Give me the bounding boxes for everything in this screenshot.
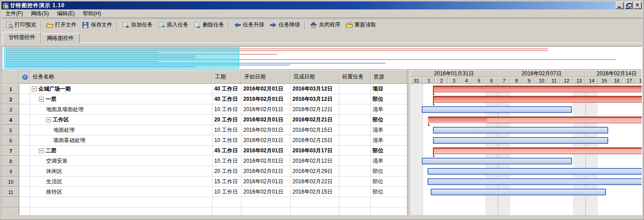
reload-icon bbox=[346, 22, 353, 29]
summary-bar-row-2[interactable] bbox=[433, 96, 642, 103]
toolbar-separator bbox=[117, 21, 118, 30]
close-button[interactable]: × bbox=[634, 2, 642, 9]
task-duration-cell: 40 工作日 bbox=[212, 94, 242, 104]
task-bar-row-11[interactable] bbox=[431, 189, 606, 195]
promote-task-button[interactable]: 任务升级 bbox=[231, 20, 267, 30]
empty-cell bbox=[212, 197, 242, 207]
task-name-cell: 一层 bbox=[30, 94, 212, 104]
menu-item-edit[interactable]: 编辑(E) bbox=[53, 9, 79, 18]
task-resource-cell: 部位 bbox=[371, 94, 407, 104]
summary-bar-row-4[interactable] bbox=[428, 116, 642, 123]
timeline-day-header: 18 bbox=[636, 77, 642, 84]
task-start-cell: 2016年02月01日 bbox=[242, 187, 291, 197]
row-info-cell bbox=[19, 177, 30, 187]
column-header-start: 开始日期 bbox=[242, 70, 291, 84]
task-bar-row-6[interactable] bbox=[433, 137, 608, 144]
timeline-day-header: 10 bbox=[535, 77, 548, 84]
task-bar-row-10[interactable] bbox=[428, 178, 642, 185]
open-file-button[interactable]: 打开文件 bbox=[43, 20, 79, 30]
task-row-9[interactable]: 9休闲区20 工作日2016年02月01日2016年02月29日部位 bbox=[2, 166, 407, 177]
task-predecessor-cell bbox=[339, 94, 371, 104]
close-app-button[interactable]: 关闭程序 bbox=[307, 20, 343, 30]
task-row-7[interactable]: 7二层45 工作日2016年02月01日2016年03月17日部位 bbox=[2, 146, 407, 156]
row-number: 6 bbox=[2, 135, 19, 146]
task-row-11[interactable]: 11接待区10 工作日2016年02月01日2016年02月15日部位 bbox=[2, 187, 407, 197]
restore-button[interactable] bbox=[625, 2, 633, 9]
task-name-cell: 休闲区 bbox=[30, 166, 212, 177]
task-resource-cell: 清单 bbox=[371, 104, 407, 115]
task-row-1[interactable]: 1众城广场一期40 工作日2016年02月01日2016年03月12日项目 bbox=[2, 84, 407, 94]
timeline-day-header: 15 bbox=[598, 77, 610, 84]
task-start-cell: 2016年02月01日 bbox=[242, 135, 291, 146]
task-predecessor-cell bbox=[339, 104, 371, 115]
task-name: 二层 bbox=[46, 147, 56, 155]
collapse-toggle-icon[interactable] bbox=[32, 86, 37, 91]
reload-button[interactable]: 重新读取 bbox=[343, 20, 379, 30]
collapse-toggle-icon[interactable] bbox=[39, 148, 44, 153]
task-resource-cell: 部位 bbox=[371, 187, 407, 197]
task-row-5[interactable]: 5地面处理10 工作日2016年02月01日2016年02月15日清单 bbox=[2, 125, 407, 135]
task-row-3[interactable]: 3地面及墙面处理10 工作日2016年02月01日2016年02月12日清单 bbox=[2, 104, 407, 115]
menu-item-help[interactable]: 帮助(H) bbox=[79, 9, 105, 18]
column-header-name: 任务名称 bbox=[30, 70, 212, 84]
row-number: 10 bbox=[2, 177, 19, 187]
minimize-button[interactable] bbox=[616, 2, 624, 9]
empty-cell bbox=[2, 197, 19, 207]
empty-cell bbox=[242, 197, 291, 207]
demote-task-button[interactable]: 任务降级 bbox=[267, 20, 303, 30]
summary-bar-row-1[interactable] bbox=[433, 86, 642, 92]
task-finish-cell: 2016年02月22日 bbox=[291, 177, 339, 187]
task-name: 地面处理 bbox=[53, 126, 75, 134]
tab-gantt[interactable]: 甘特图控件 bbox=[3, 32, 41, 43]
task-resource-cell: 部位 bbox=[371, 115, 407, 125]
task-name: 墙面基础处理 bbox=[53, 137, 85, 144]
print-preview-button[interactable]: 打印预览 bbox=[3, 20, 39, 30]
delete-task-button[interactable]: 删除任务 bbox=[191, 20, 227, 30]
task-bar-row-8[interactable] bbox=[422, 158, 572, 164]
tab-network[interactable]: 网络图控件 bbox=[41, 33, 80, 43]
row-info-cell bbox=[19, 135, 30, 146]
task-predecessor-cell bbox=[339, 177, 371, 187]
task-finish-cell: 2016年02月12日 bbox=[291, 104, 339, 115]
summary-bar-row-7[interactable] bbox=[433, 147, 642, 154]
task-bar-row-9[interactable] bbox=[428, 168, 642, 175]
menu-item-file[interactable]: 文件(F) bbox=[1, 9, 27, 18]
task-row-4[interactable]: 4工作区20 工作日2016年02月01日2016年02月21日部位 bbox=[2, 115, 407, 125]
row-number: 4 bbox=[2, 115, 19, 125]
save-file-button[interactable]: 保存文件 bbox=[79, 20, 115, 30]
task-finish-cell: 2016年03月12日 bbox=[291, 84, 339, 94]
overview-viewport-selection[interactable] bbox=[4, 47, 239, 69]
collapse-toggle-icon[interactable] bbox=[39, 97, 44, 102]
row-info-cell bbox=[19, 146, 30, 156]
collapse-toggle-icon[interactable] bbox=[46, 117, 51, 122]
task-bar-row-5[interactable] bbox=[433, 127, 608, 134]
row-number: 7 bbox=[2, 146, 19, 156]
task-row-6[interactable]: 6墙面基础处理10 工作日2016年02月01日2016年02月15日清单 bbox=[2, 135, 407, 146]
task-name: 地面及墙面处理 bbox=[46, 106, 84, 113]
close-app-icon bbox=[310, 22, 317, 29]
toolbar-button-label: 关闭程序 bbox=[319, 21, 340, 29]
task-bar-row-3[interactable] bbox=[422, 106, 572, 113]
task-row-2[interactable]: 2一层40 工作日2016年02月01日2016年03月12日部位 bbox=[2, 94, 407, 104]
open-file-icon bbox=[46, 22, 53, 29]
row-info-cell bbox=[19, 115, 30, 125]
task-row-8[interactable]: 8空调安装10 工作日2016年02月01日2016年02月12日清单 bbox=[2, 156, 407, 166]
toolbar-button-label: 任务降级 bbox=[279, 21, 300, 29]
delete-task-icon bbox=[194, 22, 201, 29]
toolbar: 打印预览打开文件保存文件添加任务插入任务删除任务任务升级任务降级关闭程序重新读取 bbox=[1, 18, 643, 31]
task-finish-cell: 2016年02月15日 bbox=[291, 187, 339, 197]
row-number: 1 bbox=[2, 84, 19, 94]
task-duration-cell: 10 工作日 bbox=[212, 187, 242, 197]
menu-item-network[interactable]: 网络(S) bbox=[27, 9, 53, 18]
task-row-10[interactable]: 10生活区15 工作日2016年02月01日2016年02月22日部位 bbox=[2, 177, 407, 187]
task-name-cell: 地面及墙面处理 bbox=[30, 104, 212, 115]
task-resource-cell: 部位 bbox=[371, 146, 407, 156]
task-start-cell: 2016年02月01日 bbox=[242, 177, 291, 187]
row-info-cell bbox=[19, 104, 30, 115]
insert-task-button[interactable]: 插入任务 bbox=[155, 20, 191, 30]
empty-cell bbox=[371, 197, 407, 207]
timeline-week-header: 2016年02月14日 bbox=[585, 70, 642, 77]
tab-bar: 甘特图控件网络图控件 bbox=[1, 32, 643, 43]
add-task-button[interactable]: 添加任务 bbox=[119, 20, 155, 30]
task-name: 接待区 bbox=[46, 188, 62, 196]
